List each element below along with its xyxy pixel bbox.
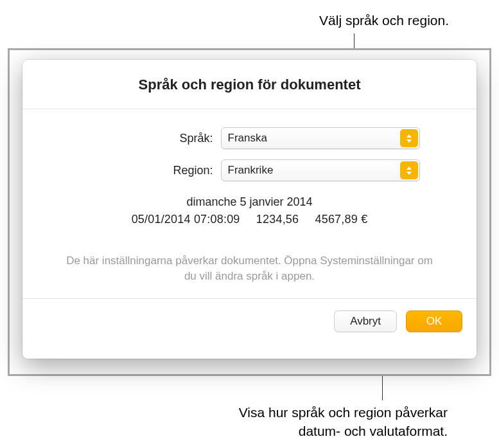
callout-preview: Visa hur språk och region påverkar datum…: [239, 404, 448, 440]
format-preview: dimanche 5 janvier 2014 05/01/2014 07:08…: [48, 195, 451, 226]
region-row: Region: Frankrike: [48, 159, 451, 181]
help-text: De här inställningarna påverkar dokument…: [48, 253, 451, 284]
chevron-updown-icon: [400, 129, 418, 147]
dialog-footer: Avbryt OK: [22, 298, 477, 344]
dialog-title: Språk och region för dokumentet: [22, 60, 477, 109]
preview-currency: 4567,89 €: [315, 213, 367, 226]
preview-long-date: dimanche 5 janvier 2014: [48, 195, 451, 209]
callout-bottom-line1: Visa hur språk och region påverkar: [239, 404, 448, 422]
dialog-body: Språk: Franska Region: Frankrike: [22, 109, 477, 298]
language-label: Språk:: [80, 132, 221, 145]
preview-number: 1234,56: [256, 213, 299, 226]
callout-bottom-line2: datum- och valutaformat.: [239, 422, 448, 440]
cancel-button[interactable]: Avbryt: [334, 310, 397, 332]
language-row: Språk: Franska: [48, 127, 451, 149]
language-region-dialog: Språk och region för dokumentet Språk: F…: [22, 60, 477, 359]
ok-button[interactable]: OK: [406, 310, 462, 332]
preview-datetime: 05/01/2014 07:08:09: [132, 213, 240, 226]
language-select-value: Franska: [221, 127, 420, 149]
region-select-value: Frankrike: [221, 159, 420, 181]
chevron-updown-icon: [400, 161, 418, 179]
callout-select-language: Välj språk och region.: [319, 13, 449, 28]
language-select[interactable]: Franska: [221, 127, 420, 149]
region-select[interactable]: Frankrike: [221, 159, 420, 181]
region-label: Region:: [80, 164, 221, 177]
preview-short-formats: 05/01/2014 07:08:09 1234,56 4567,89 €: [48, 213, 451, 226]
window-frame: Språk och region för dokumentet Språk: F…: [8, 48, 491, 376]
